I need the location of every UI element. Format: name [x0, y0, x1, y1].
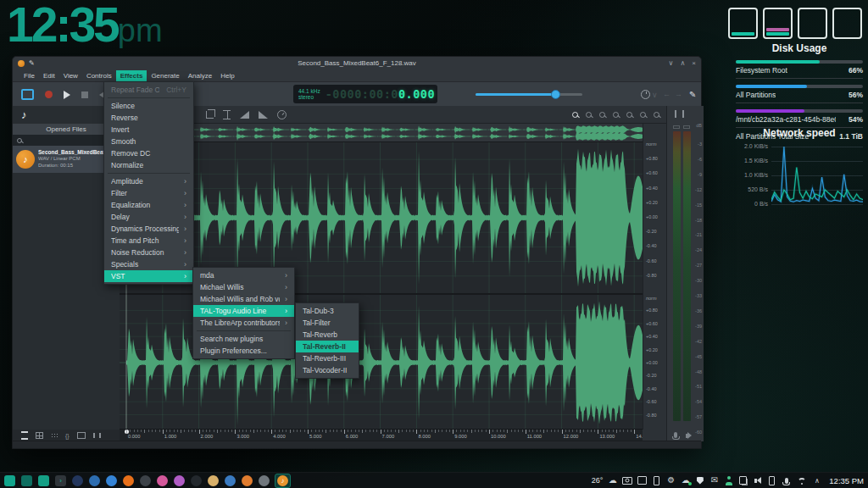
tal-menu-item-tal-reverb-ii[interactable]: Tal-Reverb-II — [296, 341, 359, 352]
taskbar-web-app-sphere[interactable] — [106, 475, 117, 486]
taskbar-browser-dark[interactable] — [72, 475, 83, 486]
menubar-help[interactable]: Help — [216, 70, 238, 81]
selection-tool-icon[interactable] — [223, 110, 231, 119]
zoom-out-button[interactable] — [586, 112, 592, 118]
tal-menu-item-tal-reverb[interactable]: Tal-Reverb — [296, 329, 359, 341]
tweaks-gear-icon[interactable]: ⚙ — [666, 474, 676, 487]
shade-button[interactable]: ∨ — [669, 59, 674, 67]
taskbar-file-manager[interactable] — [38, 475, 49, 486]
effects-menu-item-specials[interactable]: Specials› — [104, 258, 193, 270]
effects-menu-item-amplitude[interactable]: Amplitude› — [104, 175, 193, 187]
menubar-file[interactable]: File — [19, 70, 39, 81]
taskbar-krita[interactable] — [174, 475, 185, 486]
effects-menu-item-smooth[interactable]: Smooth — [104, 136, 193, 147]
titlebar[interactable]: ✎ Second_Bass_MixedBeat6_F_128.wav ∨ ∧ × — [13, 57, 701, 69]
taskbar-settings-dark[interactable] — [191, 475, 202, 486]
redo-button[interactable]: → — [675, 90, 682, 98]
zoom-original-button[interactable] — [599, 112, 605, 118]
pause-indicator-icon[interactable] — [93, 433, 101, 438]
virtual-desktop-icon[interactable] — [637, 474, 647, 487]
effects-menu-item-time-and-pitch[interactable]: Time and Pitch› — [104, 235, 193, 247]
play-button[interactable] — [64, 91, 70, 99]
taskbar-orange-app[interactable] — [242, 475, 253, 486]
weather-temp[interactable]: 26° — [592, 474, 604, 487]
tray-expander-caret[interactable]: ∧ — [812, 474, 821, 487]
menubar-edit[interactable]: Edit — [39, 70, 59, 81]
effects-menu-item-noise-reduction[interactable]: Noise Reduction› — [104, 247, 193, 258]
effects-menu-item-equalization[interactable]: Equalization› — [104, 199, 193, 211]
taskbar-gray-app[interactable] — [259, 475, 270, 486]
slider-knob[interactable] — [551, 90, 560, 99]
playback-speed-slider[interactable] — [476, 93, 582, 96]
record-button[interactable] — [45, 91, 53, 98]
crop-tool-icon[interactable] — [206, 111, 214, 119]
taskbar-globe-app[interactable] — [225, 475, 236, 486]
taskbar-show-desktop[interactable] — [21, 475, 32, 486]
gain-tool-icon[interactable] — [277, 110, 287, 119]
list-view-button[interactable] — [21, 431, 28, 440]
grid-view-button[interactable] — [36, 432, 43, 439]
effects-menu-item-filter[interactable]: Filter› — [104, 187, 193, 199]
effects-menu-item-silence[interactable]: Silence — [104, 100, 193, 112]
time-ruler[interactable]: 0.0001.0002.0003.0004.0005.0006.0007.000… — [120, 429, 643, 441]
vst-menu-item-michael-willis-and-rob-vd-berg[interactable]: Michael Willis and Rob vd Berg› — [193, 293, 294, 305]
vst-menu-item-plugin-preferences[interactable]: Plugin Preferences... — [193, 345, 294, 357]
tal-menu-item-tal-reverb-iii[interactable]: Tal-Reverb-III — [296, 352, 359, 364]
effects-menu-item-delay[interactable]: Delay› — [104, 211, 193, 223]
pager-desktop-3[interactable] — [798, 8, 827, 39]
taskbar-terminal[interactable]: › — [55, 475, 66, 486]
vst-menu-item-search-new-plugins[interactable]: Search new plugins — [193, 333, 294, 345]
vst-menu-item-michael-willis[interactable]: Michael Willis› — [193, 281, 294, 293]
menubar-view[interactable]: View — [59, 70, 82, 81]
close-button[interactable]: × — [692, 59, 696, 67]
monitor-select-button[interactable] — [21, 89, 34, 100]
vst-menu-item-tal-togu-audio-line[interactable]: TAL-Togu Audio Line› — [193, 305, 294, 317]
stop-button[interactable] — [81, 92, 88, 98]
menubar-controls[interactable]: Controls — [82, 70, 116, 81]
taskbar-firefox[interactable] — [123, 475, 134, 486]
history-button[interactable]: ∨ — [641, 90, 658, 99]
zoom-selection-button[interactable] — [626, 112, 632, 118]
menubar-effects[interactable]: Effects — [116, 70, 147, 81]
taskbar-ocenaudio-active[interactable]: ♪ — [275, 474, 290, 487]
clipboard-icon[interactable] — [738, 474, 748, 487]
effects-menu-item-normalize[interactable]: Normalize — [104, 159, 193, 171]
menubar-generate[interactable]: Generate — [147, 70, 183, 81]
maximize-button[interactable]: ∧ — [680, 59, 685, 67]
effects-menu-item-reverse[interactable]: Reverse — [104, 112, 193, 124]
weather-cloud-icon[interactable]: ☁ — [608, 474, 617, 487]
pager-desktop-1[interactable] — [728, 8, 758, 39]
meter-pause-icon[interactable] — [675, 110, 684, 118]
zoom-toggle-in-button[interactable] — [640, 112, 646, 118]
device-battery-icon[interactable] — [652, 474, 661, 487]
effects-menu-item-repeat-fade-out[interactable]: Repeat Fade OutCtrl+Y — [104, 84, 193, 96]
edit-mode-button[interactable]: ✎ — [689, 90, 696, 99]
taskbar-color-picker[interactable] — [157, 475, 168, 486]
tal-menu-item-tal-filter[interactable]: Tal-Filter — [296, 317, 359, 329]
image-indicator-icon[interactable] — [77, 432, 86, 439]
taskbar-kde-connect[interactable] — [89, 475, 100, 486]
braces-indicator-icon[interactable]: {} — [65, 433, 70, 439]
tray-clock[interactable]: 12:35 PM — [829, 476, 864, 485]
tal-menu-item-tal-dub-3[interactable]: Tal-Dub-3 — [296, 305, 359, 317]
menubar-analyze[interactable]: Analyze — [184, 70, 216, 81]
tal-menu-item-tal-vocoder-ii[interactable]: Tal-Vocoder-II — [296, 364, 359, 376]
compact-view-button[interactable] — [51, 433, 58, 438]
pager-desktop-4[interactable] — [832, 8, 862, 39]
meter-speaker-icon[interactable] — [686, 434, 688, 438]
taskbar-application-launcher[interactable] — [4, 475, 15, 486]
meter-mic-icon[interactable] — [674, 432, 677, 438]
volume-icon[interactable] — [753, 474, 762, 487]
zoom-fit-button[interactable] — [613, 112, 619, 118]
effects-menu-item-remove-dc[interactable]: Remove DC — [104, 147, 193, 159]
cloud-sync-icon[interactable]: ☁ — [681, 474, 690, 487]
undo-button[interactable]: ← — [663, 90, 670, 98]
vault-shield-icon[interactable] — [695, 474, 704, 487]
fade-out-tool-icon[interactable] — [259, 111, 268, 119]
vst-menu-item-the-librearp-contributors[interactable]: The LibreArp contributors› — [193, 317, 294, 329]
effects-menu-item-dynamics-processing[interactable]: Dynamics Processing› — [104, 223, 193, 235]
zoom-toggle-out-button[interactable] — [654, 112, 659, 118]
zoom-in-button[interactable] — [572, 112, 578, 118]
network-wifi-icon[interactable] — [796, 474, 807, 487]
mail-icon[interactable]: ✉ — [709, 474, 719, 487]
